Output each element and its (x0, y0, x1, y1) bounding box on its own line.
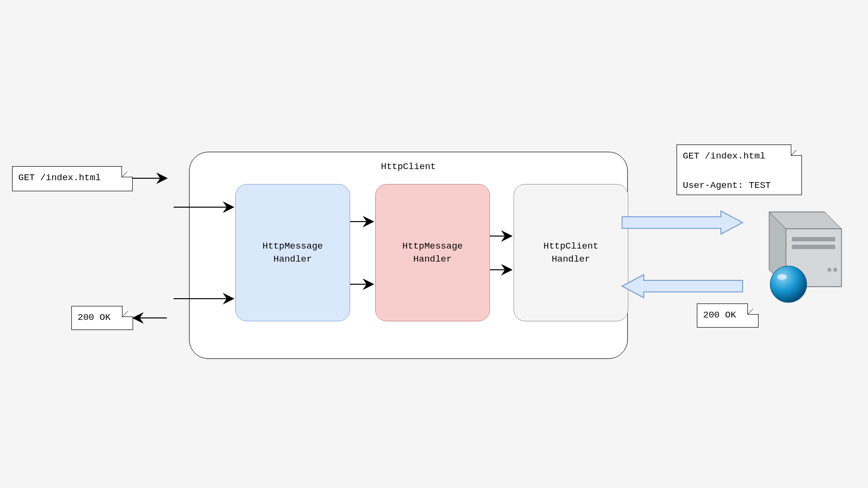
svg-rect-8 (792, 237, 835, 241)
svg-point-11 (833, 268, 837, 272)
http-message-handler-2: HttpMessage Handler (375, 184, 490, 321)
http-client-handler: HttpClient Handler (514, 184, 628, 321)
svg-rect-9 (792, 245, 835, 249)
globe-icon (770, 266, 807, 303)
server-icon (769, 212, 841, 303)
request-note-right: GET /index.html User-Agent: TEST (677, 145, 802, 195)
response-note-left: 200 OK (71, 306, 133, 330)
svg-point-10 (827, 268, 831, 272)
request-note-left: GET /index.html (12, 166, 133, 191)
note-link-arrows (133, 178, 167, 318)
block-arrows (622, 211, 743, 298)
response-note-right: 200 OK (697, 303, 759, 328)
svg-point-12 (777, 274, 787, 280)
httpclient-title: HttpClient (189, 161, 628, 172)
diagram-canvas: HttpClient HttpMessage Handler HttpMessa… (0, 0, 868, 488)
http-message-handler-1: HttpMessage Handler (235, 184, 350, 321)
